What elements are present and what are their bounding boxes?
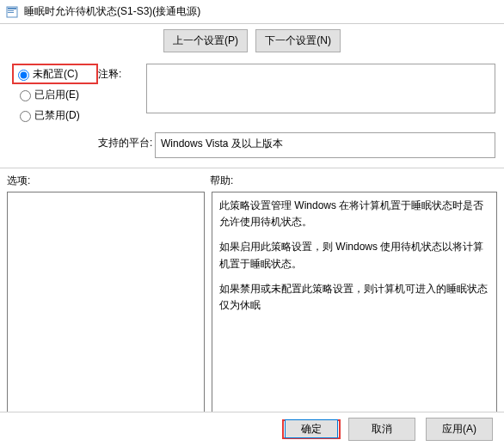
policy-icon: [5, 5, 19, 19]
help-panel[interactable]: 此策略设置管理 Windows 在将计算机置于睡眠状态时是否允许使用待机状态。 …: [212, 192, 497, 425]
config-row-comment: 未配置(C) 已启用(E) 已禁用(D) 注释:: [0, 61, 504, 128]
comment-label: 注释:: [98, 64, 146, 82]
panels-row: 此策略设置管理 Windows 在将计算机置于睡眠状态时是否允许使用待机状态。 …: [0, 192, 504, 425]
next-setting-button[interactable]: 下一个设置(N): [255, 29, 341, 52]
section-labels: 选项: 帮助:: [0, 172, 504, 192]
ok-highlight: 确定: [282, 419, 341, 439]
radio-not-configured-input[interactable]: [18, 70, 29, 81]
comment-textarea[interactable]: [146, 64, 495, 113]
cancel-button[interactable]: 取消: [348, 418, 415, 441]
radio-not-configured[interactable]: 未配置(C): [12, 64, 98, 84]
platform-label: 支持的平台:: [98, 132, 155, 150]
radio-disabled-label: 已禁用(D): [34, 108, 80, 123]
radio-disabled[interactable]: 已禁用(D): [15, 105, 98, 125]
radio-not-configured-label: 未配置(C): [33, 67, 78, 82]
title-bar: 睡眠时允许待机状态(S1-S3)(接通电源): [0, 0, 504, 24]
nav-buttons: 上一个设置(P) 下一个设置(N): [0, 24, 504, 61]
divider: [0, 168, 504, 168]
svg-rect-2: [8, 10, 14, 11]
help-label: 帮助:: [210, 174, 497, 188]
help-p2: 如果启用此策略设置，则 Windows 使用待机状态以将计算机置于睡眠状态。: [219, 239, 489, 272]
ok-button[interactable]: 确定: [285, 419, 338, 438]
options-label: 选项:: [7, 174, 210, 188]
svg-rect-1: [8, 8, 16, 9]
platform-value: Windows Vista 及以上版本: [161, 137, 283, 150]
state-radio-group: 未配置(C) 已启用(E) 已禁用(D): [3, 64, 98, 125]
radio-enabled[interactable]: 已启用(E): [15, 84, 98, 105]
config-row-platform: 支持的平台: Windows Vista 及以上版本: [0, 130, 504, 161]
window-title: 睡眠时允许待机状态(S1-S3)(接通电源): [24, 4, 200, 19]
help-p3: 如果禁用或未配置此策略设置，则计算机可进入的睡眠状态仅为休眠: [219, 281, 489, 314]
radio-enabled-label: 已启用(E): [34, 88, 79, 102]
bottom-bar: 确定 取消 应用(A): [0, 412, 504, 446]
apply-button[interactable]: 应用(A): [426, 418, 493, 441]
prev-setting-button[interactable]: 上一个设置(P): [163, 29, 248, 52]
help-p1: 此策略设置管理 Windows 在将计算机置于睡眠状态时是否允许使用待机状态。: [219, 198, 489, 230]
radio-disabled-input[interactable]: [20, 111, 31, 122]
radio-enabled-input[interactable]: [20, 90, 31, 101]
svg-rect-3: [8, 12, 14, 13]
platform-value-box[interactable]: Windows Vista 及以上版本: [155, 132, 495, 158]
options-panel[interactable]: [7, 192, 205, 425]
